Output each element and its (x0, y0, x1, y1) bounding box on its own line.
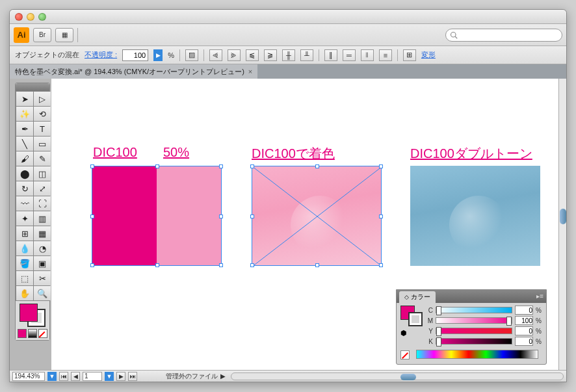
rotate-tool[interactable]: ↻ (16, 181, 33, 196)
direct-selection-tool[interactable]: ▷ (34, 92, 51, 106)
none-mode-button[interactable] (38, 329, 47, 338)
zoom-input[interactable]: 194.43% (12, 372, 45, 381)
gradient-mode-button[interactable] (28, 329, 37, 338)
align-left-button[interactable]: ⫷ (209, 49, 222, 61)
distribute-v-button[interactable]: ═ (343, 49, 356, 61)
slice-tool[interactable]: ✂ (34, 271, 51, 285)
prev-artboard-button[interactable]: ◀ (71, 372, 80, 381)
doc-info-label: 管理外のファイル (166, 372, 218, 381)
workspace: DIC100 50% DIC100で着色 DIC100ダブルトーン (10, 79, 566, 370)
color-panel-swatches[interactable]: ⬢ (400, 306, 424, 347)
color-mode-button[interactable] (18, 329, 27, 338)
doc-tab-title: 特色を墨ベタ変換.ai* @ 194.43% (CMYK/オーバープリントプレビ… (15, 67, 244, 77)
align-hcenter-button[interactable]: ⫸ (228, 49, 241, 61)
live-paint-select-tool[interactable]: ▣ (34, 256, 51, 270)
slider-c[interactable]: C % (426, 306, 542, 315)
doc-tab-close[interactable]: × (248, 68, 252, 75)
search-input[interactable] (445, 29, 562, 42)
titlebar (10, 10, 566, 24)
opacity-input[interactable] (122, 49, 148, 61)
align-to-button[interactable]: ⊞ (403, 49, 416, 61)
panel-menu-icon[interactable]: ▸≡ (536, 293, 543, 300)
fill-swatch[interactable] (20, 304, 38, 322)
fill-stroke-control[interactable] (16, 301, 49, 327)
selection-box-2 (252, 166, 382, 266)
tools-panel-grip[interactable] (16, 83, 49, 91)
graph-tool[interactable]: ▥ (34, 211, 51, 226)
hand-tool[interactable]: ✋ (16, 286, 33, 300)
spectrum-bar[interactable] (416, 350, 538, 359)
canvas-label-1a: DIC100 (93, 145, 137, 160)
separator (203, 49, 204, 61)
gradient-tool[interactable]: ▦ (34, 226, 51, 241)
slider-k[interactable]: K % (426, 337, 542, 346)
arrange-button[interactable]: ▦ (55, 28, 73, 42)
artboard-tool[interactable]: ⬚ (16, 271, 33, 285)
rectangle-tool[interactable]: ▭ (34, 137, 51, 151)
tools-panel[interactable]: ➤ ▷ ✨ ⟲ ✒ T ╲ ▭ 🖌 ✎ ⬤ ◫ ↻ ⤢ 〰 ⛶ ✦ ▥ ⊞ ▦ (15, 83, 50, 341)
slider-y[interactable]: Y % (426, 326, 542, 335)
zoom-window-button[interactable] (38, 13, 46, 21)
app-badge: Ai (14, 27, 29, 43)
vertical-scrollbar[interactable] (558, 79, 566, 370)
opacity-label[interactable]: 不透明度 : (85, 50, 117, 60)
slider-m[interactable]: M % (426, 316, 542, 325)
close-window-button[interactable] (15, 13, 23, 21)
live-paint-tool[interactable]: 🪣 (16, 256, 33, 270)
pencil-tool[interactable]: ✎ (34, 151, 51, 166)
pen-tool[interactable]: ✒ (16, 122, 33, 136)
free-transform-tool[interactable]: ⛶ (34, 196, 51, 211)
transform-link[interactable]: 変形 (421, 50, 436, 60)
type-tool[interactable]: T (34, 122, 51, 136)
next-artboard-button[interactable]: ▶ (116, 372, 125, 381)
line-tool[interactable]: ╲ (16, 137, 33, 151)
color-panel-tab[interactable]: ◇ カラー (399, 291, 436, 303)
paintbrush-tool[interactable]: 🖌 (16, 151, 33, 166)
mask-button[interactable]: ▨ (185, 49, 198, 61)
align-bottom-button[interactable]: ╨ (300, 49, 313, 61)
scale-tool[interactable]: ⤢ (34, 181, 51, 196)
panel-stroke-swatch[interactable] (408, 312, 423, 326)
canvas-label-2: DIC100で着色 (252, 145, 335, 163)
first-artboard-button[interactable]: ⏮ (59, 372, 68, 381)
m-input[interactable] (515, 316, 533, 325)
eyedropper-tool[interactable]: 💧 (16, 241, 33, 255)
lasso-tool[interactable]: ⟲ (34, 107, 51, 121)
mesh-tool[interactable]: ⊞ (16, 226, 33, 241)
k-input[interactable] (515, 337, 533, 346)
last-artboard-button[interactable]: ⏭ (128, 372, 137, 381)
minimize-window-button[interactable] (27, 13, 34, 21)
align-right-button[interactable]: ⫹ (246, 49, 259, 61)
c-input[interactable] (515, 306, 533, 315)
canvas[interactable]: DIC100 50% DIC100で着色 DIC100ダブルトーン (51, 79, 558, 370)
cube-icon: ⬢ (400, 329, 407, 337)
svg-point-0 (451, 32, 456, 37)
zoom-tool[interactable]: 🔍 (34, 286, 51, 300)
y-input[interactable] (515, 326, 533, 335)
doc-tab[interactable]: 特色を墨ベタ変換.ai* @ 194.43% (CMYK/オーバープリントプレビ… (10, 64, 257, 79)
horizontal-scrollbar[interactable] (231, 372, 564, 380)
zoom-dropdown[interactable]: ▼ (47, 372, 57, 381)
image-dic100-duotone[interactable] (410, 166, 540, 266)
opacity-dropdown[interactable]: ▶ (153, 49, 163, 61)
distribute-h-button[interactable]: ‖ (324, 49, 337, 61)
blend-tool[interactable]: ◔ (34, 241, 51, 255)
magic-wand-tool[interactable]: ✨ (16, 107, 33, 121)
distribute-3-button[interactable]: ⦀ (361, 49, 374, 61)
separator (179, 49, 180, 61)
color-panel[interactable]: ◇ カラー ▸≡ ⬢ C % (396, 289, 547, 365)
doc-info-arrow[interactable]: ▶ (220, 372, 226, 380)
align-top-button[interactable]: ⫺ (264, 49, 277, 61)
symbol-sprayer-tool[interactable]: ✦ (16, 211, 33, 226)
distribute-4-button[interactable]: ≡ (379, 49, 392, 61)
none-swatch[interactable] (400, 350, 410, 359)
artboard-dropdown[interactable]: ▼ (105, 372, 114, 381)
warp-tool[interactable]: 〰 (16, 196, 33, 211)
selection-tool[interactable]: ➤ (16, 92, 33, 106)
artboard-number-input[interactable]: 1 (83, 372, 102, 381)
status-bar: 194.43% ▼ ⏮ ◀ 1 ▼ ▶ ⏭ 管理外のファイル ▶ (10, 370, 566, 382)
blob-brush-tool[interactable]: ⬤ (16, 166, 33, 181)
align-vcenter-button[interactable]: ╫ (282, 49, 295, 61)
bridge-button[interactable]: Br (33, 28, 51, 42)
eraser-tool[interactable]: ◫ (34, 166, 51, 181)
